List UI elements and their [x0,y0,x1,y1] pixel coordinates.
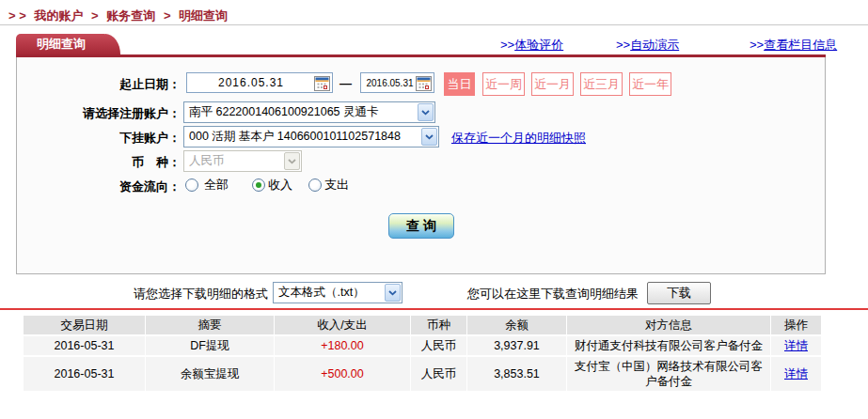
registered-account-value: 南平 6222001406100921065 灵通卡 [189,104,379,120]
cell-summary: 余额宝提现 [146,357,275,391]
registered-account-label: 请选择注册账户： [38,105,181,122]
link-prefix: >> [500,38,514,52]
cell-date: 2016-05-31 [24,357,146,391]
tab-detail-query[interactable]: 明细查询 [16,34,106,54]
range-quarter-button[interactable]: 近三月 [580,72,623,96]
cell-date: 2016-05-31 [24,336,146,355]
tab-label: 明细查询 [37,37,86,51]
radio-all-unchecked[interactable] [185,178,198,192]
col-header-counterparty: 对方信息 [567,316,771,334]
link-auto-demo-label: 自动演示 [630,38,679,52]
col-header-action: 操作 [771,316,821,334]
link-column-info-label: 查看栏目信息 [764,38,837,52]
link-experience-rating[interactable]: >>体验评价 [500,37,563,54]
date-from-value: 2016.05.31 [218,76,301,89]
flow-option-expense[interactable]: 支出 [308,177,349,194]
table-header-row: 交易日期 摘要 收入/支出 币种 余额 对方信息 操作 [24,316,821,334]
download-button[interactable]: 下载 [647,282,711,304]
chevron-down-icon[interactable] [421,128,437,146]
chevron-down-icon[interactable] [385,284,401,302]
breadcrumb-item-my-account[interactable]: 我的账户 [34,8,83,23]
cell-amount: +180.00 [275,336,411,355]
date-range-label: 起止日期： [38,76,181,93]
table-row: 2016-05-31 DF提现 +180.00 人民币 3,937.91 财付通… [24,336,821,355]
date-range-dash: — [339,76,352,90]
link-column-info[interactable]: >>查看栏目信息 [750,37,837,54]
flow-expense-label: 支出 [324,177,349,194]
breadcrumb-separator: > [91,8,99,23]
download-format-value: 文本格式（.txt） [278,285,365,301]
table-row: 2016-05-31 余额宝提现 +500.00 人民币 3,853.51 支付… [24,357,821,391]
link-experience-label: 体验评价 [514,38,563,52]
cell-balance: 3,937.91 [467,336,567,355]
date-to-input[interactable]: 2016.05.31 [360,72,434,93]
cell-currency: 人民币 [411,336,467,355]
download-format-select[interactable]: 文本格式（.txt） [273,282,402,303]
cell-balance: 3,853.51 [467,357,567,391]
range-month-button[interactable]: 近一月 [531,72,574,96]
download-format-label: 请您选择下载明细的格式 [87,286,268,303]
chevron-down-icon[interactable] [418,103,434,121]
registered-account-select[interactable]: 南平 6222001406100921065 灵通卡 [183,101,435,123]
breadcrumb: > > 我的账户 > 账务查询 > 明细查询 [8,8,231,24]
radio-income-checked[interactable] [252,178,265,192]
radio-expense-unchecked[interactable] [308,178,322,192]
col-header-date: 交易日期 [24,316,146,334]
sub-account-select[interactable]: 000 活期 基本户 1406600101102571848 [183,126,439,147]
detail-link[interactable]: 详情 [784,338,808,353]
breadcrumb-item-detail-query[interactable]: 明细查询 [179,8,228,23]
link-prefix: >> [750,38,764,52]
range-week-button[interactable]: 近一周 [482,72,525,96]
col-header-balance: 余额 [467,316,567,334]
flow-option-all[interactable]: 全部 [185,177,229,194]
transactions-table: 交易日期 摘要 收入/支出 币种 余额 对方信息 操作 2016-05-31 D… [24,316,821,393]
date-from-input[interactable]: 2016.05.31 [186,72,333,93]
detail-query-page: > > 我的账户 > 账务查询 > 明细查询 明细查询 >>体验评价 >>自动演… [0,0,868,419]
chevron-down-icon [284,152,300,170]
flow-all-label: 全部 [204,177,229,194]
table-top-line [0,308,868,310]
breadcrumb-item-account-query[interactable]: 账务查询 [106,8,155,23]
query-button[interactable]: 查 询 [388,213,454,239]
link-auto-demo[interactable]: >>自动演示 [616,37,679,54]
link-prefix: >> [616,38,630,52]
breadcrumb-arrows: > > [8,8,26,23]
detail-link[interactable]: 详情 [784,366,808,381]
cell-counterparty: 财付通支付科技有限公司客户备付金 [567,336,771,355]
currency-select: 人民币 [183,150,302,172]
flow-option-income[interactable]: 收入 [252,177,292,194]
cell-amount: +500.00 [275,357,411,391]
header-divider [0,24,868,25]
snapshot-link[interactable]: 保存近一个月的明细快照 [451,130,586,147]
currency-value: 人民币 [189,153,225,169]
sub-account-value: 000 活期 基本户 1406600101102571848 [189,129,401,145]
cell-counterparty: 支付宝（中国）网络技术有限公司客户备付金 [567,357,771,391]
download-hint: 您可以在这里下载查询明细结果 [467,286,639,303]
range-year-button[interactable]: 近一年 [629,72,671,96]
col-header-currency: 币种 [411,316,467,334]
col-header-summary: 摘要 [146,316,275,334]
cell-summary: DF提现 [146,336,275,355]
flow-income-label: 收入 [268,177,292,194]
calendar-icon[interactable] [314,76,330,94]
col-header-amount: 收入/支出 [275,316,411,334]
calendar-icon[interactable] [416,76,432,94]
breadcrumb-separator: > [164,8,171,23]
sub-account-label: 下挂账户： [38,130,181,147]
range-today-button[interactable]: 当日 [444,72,475,96]
currency-label: 币 种： [38,154,181,171]
fund-flow-label: 资金流向： [38,178,181,195]
cell-currency: 人民币 [411,357,467,391]
